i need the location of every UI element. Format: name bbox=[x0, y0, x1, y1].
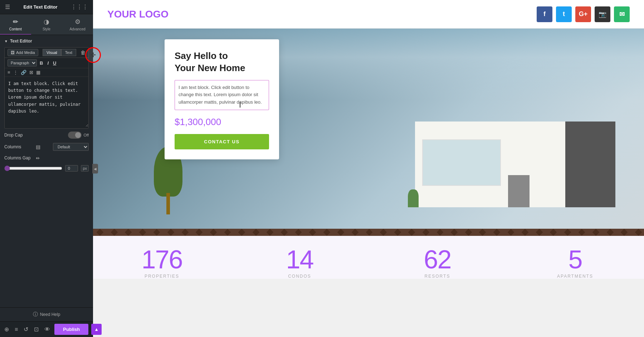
visual-tab-button[interactable]: Visual bbox=[43, 49, 61, 56]
drop-cap-label: Drop Cap bbox=[4, 133, 33, 138]
panel-drag-handle[interactable]: ◀ bbox=[92, 164, 98, 173]
tab-advanced-label: Advanced bbox=[69, 27, 85, 31]
underline-button[interactable]: U bbox=[52, 60, 58, 66]
stat-properties-label: PROPERTIES bbox=[93, 274, 231, 279]
panel-content: ▼ Text Editor 🖼 Add Media Visual Text 🗑 bbox=[0, 35, 93, 307]
text-tab-button[interactable]: Text bbox=[61, 49, 76, 56]
right-content: YOUR LOGO f t G+ 📷 ✉ Say He bbox=[93, 0, 644, 337]
stats-section: 176 PROPERTIES 14 CONDOS 62 RESORTS 5 AP… bbox=[93, 236, 644, 279]
stat-resorts-number: 62 bbox=[369, 247, 506, 272]
house-illustration bbox=[401, 100, 615, 207]
link-icon[interactable]: 🔗 bbox=[21, 70, 26, 75]
house-plants bbox=[408, 189, 419, 207]
trash-icon[interactable]: 🗑 bbox=[80, 50, 86, 55]
add-media-button[interactable]: 🖼 Add Media bbox=[8, 49, 38, 56]
googleplus-button[interactable]: G+ bbox=[575, 6, 591, 22]
hamburger-icon[interactable]: ☰ bbox=[5, 4, 10, 10]
drop-cap-toggle[interactable]: Off bbox=[68, 132, 89, 139]
columns-gap-icon: ⇷ bbox=[36, 155, 40, 161]
stat-properties-number: 176 bbox=[93, 247, 231, 272]
house-window bbox=[422, 139, 501, 186]
editor-textarea[interactable]: I am text block. Click edit button to ch… bbox=[5, 77, 88, 127]
tab-content-label: Content bbox=[9, 27, 22, 31]
tab-content[interactable]: ✏ Content bbox=[0, 14, 31, 35]
hero-title-line2: Your New Home bbox=[175, 63, 245, 73]
table-icon[interactable]: ▦ bbox=[36, 70, 40, 75]
unlink-icon[interactable]: ⊠ bbox=[29, 70, 33, 75]
instagram-button[interactable]: 📷 bbox=[595, 6, 610, 22]
editor-icon-row: ≡ ⋮ 🔗 ⊠ ▦ bbox=[5, 68, 88, 77]
email-button[interactable]: ✉ bbox=[614, 6, 630, 22]
hero-card-price: $1,300,000 bbox=[175, 117, 269, 128]
eye-icon[interactable]: 👁 bbox=[43, 325, 52, 334]
need-help-footer[interactable]: ⓘ Need Help bbox=[0, 307, 93, 321]
help-icon: ⓘ bbox=[33, 311, 38, 318]
panel-header: ☰ Edit Text Editor ⋮⋮⋮ bbox=[0, 0, 93, 14]
stack-icon[interactable]: ≡ bbox=[13, 325, 19, 334]
hero-card-contact-button[interactable]: CONTACT US bbox=[175, 134, 269, 149]
hero-card-title: Say Hello to Your New Home bbox=[175, 50, 269, 74]
stat-condos: 14 CONDOS bbox=[231, 247, 369, 279]
italic-button[interactable]: I bbox=[46, 60, 50, 66]
hero-card-body-text[interactable]: I am text block. Click edit button to ch… bbox=[175, 80, 269, 110]
paragraph-select[interactable]: Paragraph bbox=[8, 59, 37, 66]
columns-label: Columns bbox=[4, 144, 33, 149]
content-tab-icon: ✏ bbox=[13, 18, 18, 26]
publish-button[interactable]: Publish bbox=[54, 324, 88, 335]
gap-slider-row: px bbox=[4, 165, 89, 172]
editor-toolbar: 🖼 Add Media Visual Text 🗑 Paragraph B I … bbox=[4, 47, 89, 129]
tab-style-label: Style bbox=[43, 27, 50, 31]
hero-card: Say Hello to Your New Home I am text blo… bbox=[165, 39, 279, 159]
editor-toolbar-top: 🖼 Add Media Visual Text 🗑 bbox=[5, 48, 88, 58]
hero-title-line1: Say Hello to bbox=[175, 50, 228, 61]
tab-advanced[interactable]: ⚙ Advanced bbox=[62, 14, 93, 35]
section-collapse-arrow[interactable]: ▼ bbox=[4, 39, 8, 43]
grid-icon[interactable]: ⋮⋮⋮ bbox=[71, 4, 88, 10]
unordered-list-icon[interactable]: ≡ bbox=[8, 70, 10, 75]
left-panel: ☰ Edit Text Editor ⋮⋮⋮ ✏ Content ◑ Style… bbox=[0, 0, 93, 337]
advanced-tab-icon: ⚙ bbox=[75, 18, 80, 26]
zigzag-border bbox=[93, 229, 644, 236]
section-title: ▼ Text Editor bbox=[4, 39, 89, 44]
layers-icon[interactable]: ⊕ bbox=[3, 324, 10, 334]
tree-decoration bbox=[154, 150, 182, 214]
twitter-button[interactable]: t bbox=[556, 6, 572, 22]
gap-unit: px bbox=[81, 165, 89, 172]
hero-section: Say Hello to Your New Home I am text blo… bbox=[93, 29, 644, 236]
toggle-label: Off bbox=[84, 133, 89, 137]
toggle-thumb bbox=[75, 132, 81, 138]
stat-apartments: 5 APARTMENTS bbox=[506, 247, 644, 279]
ordered-list-icon[interactable]: ⋮ bbox=[13, 70, 18, 75]
gap-number-input[interactable] bbox=[65, 165, 78, 172]
toggle-track[interactable] bbox=[68, 132, 82, 139]
crop-icon[interactable]: ⊡ bbox=[33, 324, 40, 334]
logo-regular: YOUR bbox=[107, 9, 139, 20]
house-dark-section bbox=[565, 122, 615, 207]
bottom-bar: ⊕ ≡ ↺ ⊡ 👁 Publish ▲ bbox=[0, 321, 93, 337]
columns-gap-row: Columns Gap ⇷ bbox=[4, 155, 89, 161]
stat-resorts: 62 RESORTS bbox=[369, 247, 506, 279]
stat-condos-label: CONDOS bbox=[231, 274, 369, 279]
bold-button[interactable]: B bbox=[38, 60, 44, 66]
stat-apartments-number: 5 bbox=[506, 247, 644, 272]
gap-slider[interactable] bbox=[4, 165, 62, 171]
top-nav: YOUR LOGO f t G+ 📷 ✉ bbox=[93, 0, 644, 29]
stat-apartments-label: APARTMENTS bbox=[506, 274, 644, 279]
facebook-button[interactable]: f bbox=[537, 6, 552, 22]
visual-text-toggle: Visual Text bbox=[43, 49, 76, 56]
columns-icon: ▤ bbox=[36, 144, 40, 150]
publish-chevron-button[interactable]: ▲ bbox=[91, 324, 102, 335]
house-door bbox=[508, 175, 530, 207]
tab-style[interactable]: ◑ Style bbox=[31, 14, 62, 35]
columns-row: Columns ▤ Default bbox=[4, 143, 89, 151]
columns-gap-label: Columns Gap bbox=[4, 155, 33, 160]
tab-bar: ✏ Content ◑ Style ⚙ Advanced bbox=[0, 14, 93, 35]
drop-cap-row: Drop Cap Off bbox=[4, 132, 89, 139]
need-help-label: Need Help bbox=[40, 312, 60, 317]
stat-resorts-label: RESORTS bbox=[369, 274, 506, 279]
history-icon[interactable]: ↺ bbox=[22, 324, 30, 334]
tree-trunk bbox=[166, 193, 170, 214]
logo: YOUR LOGO bbox=[107, 9, 169, 20]
columns-select[interactable]: Default bbox=[53, 143, 89, 151]
slider-container bbox=[4, 165, 62, 171]
